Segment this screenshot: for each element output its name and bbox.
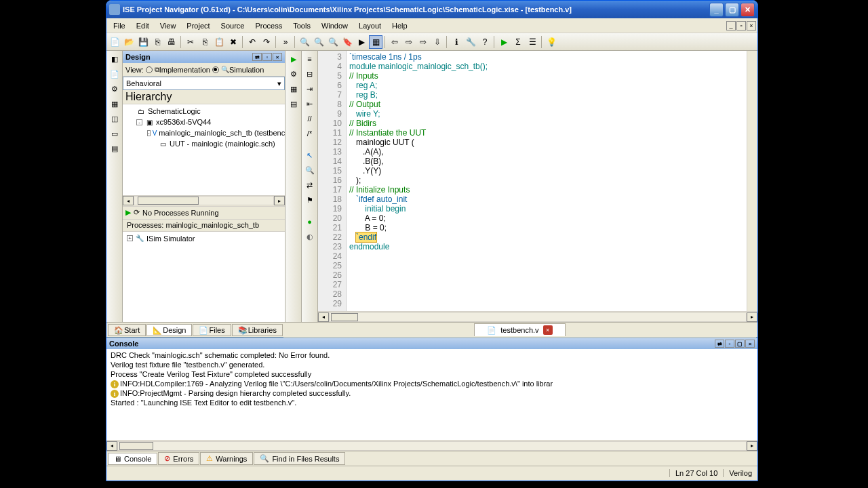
editor-vscroll[interactable] bbox=[747, 51, 757, 311]
tab-design[interactable]: 📐Design bbox=[146, 324, 192, 336]
lp-mod-icon[interactable]: ◫ bbox=[108, 112, 121, 125]
menu-file[interactable]: File bbox=[108, 20, 131, 31]
tool-a-icon[interactable]: ℹ bbox=[450, 35, 463, 49]
lp-tree-icon[interactable]: ◧ bbox=[108, 52, 121, 66]
sim-mode-select[interactable]: Behavioral bbox=[123, 77, 285, 90]
lp-opt-icon[interactable]: ▤ bbox=[108, 142, 121, 155]
ed-replace-icon[interactable]: ⇄ bbox=[303, 178, 317, 192]
comment-icon[interactable]: ▦ bbox=[369, 35, 382, 49]
scroll-left-icon[interactable]: ◂ bbox=[318, 312, 329, 322]
run-icon[interactable]: ▶ bbox=[497, 35, 511, 49]
tab-start[interactable]: 🏠Start bbox=[108, 324, 146, 336]
panel-close-icon[interactable]: × bbox=[273, 53, 282, 61]
play-icon[interactable]: ▶ bbox=[125, 208, 131, 217]
menu-window[interactable]: Window bbox=[316, 20, 353, 31]
expander-icon[interactable]: - bbox=[147, 130, 151, 136]
proc-prop-icon[interactable]: ▤ bbox=[287, 97, 300, 110]
menu-view[interactable]: View bbox=[155, 20, 182, 31]
tree-testbench[interactable]: - V mainlogic_mainlogic_sch_tb (testbenc… bbox=[124, 127, 283, 138]
hierarchy-tree[interactable]: 🗀 SchematicLogic - ▣ xc9536xl-5VQ44 - V … bbox=[123, 104, 285, 195]
isim-tree-item[interactable]: + 🔧 ISim Simulator bbox=[124, 233, 283, 244]
mdi-minimize[interactable]: _ bbox=[726, 21, 736, 30]
menu-source[interactable]: Source bbox=[216, 20, 250, 31]
close-button[interactable]: ✕ bbox=[741, 3, 755, 17]
save-all-icon[interactable]: ⎘ bbox=[151, 35, 164, 49]
tree-project[interactable]: 🗀 SchematicLogic bbox=[124, 106, 283, 117]
tool-b-icon[interactable]: 🔧 bbox=[464, 35, 477, 49]
console-close-icon[interactable]: × bbox=[745, 340, 755, 348]
ed-cursor-icon[interactable]: ↖ bbox=[303, 148, 317, 162]
refresh-icon[interactable]: ⟳ bbox=[134, 208, 140, 217]
undo-icon[interactable]: ↶ bbox=[245, 35, 259, 49]
nav-fwd-icon[interactable]: ⇨ bbox=[402, 35, 416, 49]
delete-icon[interactable]: ✖ bbox=[226, 35, 240, 49]
console-tab-errors[interactable]: ⊘Errors bbox=[158, 452, 199, 465]
paste-icon[interactable]: 📋 bbox=[212, 35, 226, 49]
proc-icon[interactable]: ☰ bbox=[526, 35, 539, 49]
bookmark-icon[interactable]: 🔖 bbox=[340, 35, 354, 49]
find3-icon[interactable]: 🔍 bbox=[326, 35, 340, 49]
nav-arrow-icon[interactable]: » bbox=[279, 35, 292, 49]
console-tab-console[interactable]: 🖥Console bbox=[108, 453, 157, 465]
expander-icon[interactable]: + bbox=[127, 235, 133, 241]
lp-view-icon[interactable]: ▭ bbox=[108, 127, 121, 140]
nav-down-icon[interactable]: ⇩ bbox=[431, 35, 444, 49]
console-tab-find[interactable]: 🔍Find in Files Results bbox=[254, 452, 345, 465]
menu-help[interactable]: Help bbox=[387, 20, 413, 31]
lp-table-icon[interactable]: ▦ bbox=[108, 97, 121, 110]
nextbookmark-icon[interactable]: ▶ bbox=[355, 35, 368, 49]
scroll-right-icon[interactable]: ▸ bbox=[747, 441, 757, 451]
ed-collapse-icon[interactable]: ⊟ bbox=[303, 67, 317, 81]
code-area[interactable]: `timescale 1ns / 1psmodule mainlogic_mai… bbox=[347, 51, 747, 311]
nav-fwd2-icon[interactable]: ⇨ bbox=[416, 35, 430, 49]
copy-icon[interactable]: ⎘ bbox=[198, 35, 212, 49]
scroll-left-icon[interactable]: ◂ bbox=[123, 196, 134, 205]
mdi-close[interactable]: × bbox=[747, 21, 756, 30]
ed-bookmark-icon[interactable]: ⚑ bbox=[303, 193, 317, 207]
console-tab-warnings[interactable]: ⚠Warnings bbox=[200, 452, 253, 465]
ed-indent-icon[interactable]: ⇥ bbox=[303, 82, 317, 96]
lp-cfg-icon[interactable]: ⚙ bbox=[108, 82, 121, 96]
menu-process[interactable]: Process bbox=[250, 20, 288, 31]
panel-float-icon[interactable]: ▫ bbox=[262, 53, 272, 61]
ed-check-ok-icon[interactable]: ● bbox=[303, 215, 317, 228]
console-max-icon[interactable]: ▢ bbox=[735, 340, 745, 348]
scroll-right-icon[interactable]: ▸ bbox=[747, 312, 757, 322]
maximize-button[interactable]: ▢ bbox=[725, 3, 739, 17]
titlebar[interactable]: ISE Project Navigator (O.61xd) - C:\User… bbox=[106, 1, 757, 18]
open-icon[interactable]: 📂 bbox=[122, 35, 136, 49]
tree-uut[interactable]: ▭ UUT - mainlogic (mainlogic.sch) bbox=[124, 138, 283, 149]
console-hscroll[interactable]: ◂ ▸ bbox=[106, 440, 757, 451]
menu-layout[interactable]: Layout bbox=[353, 20, 387, 31]
ed-uncomment-icon[interactable]: /* bbox=[303, 127, 317, 140]
save-icon[interactable]: 💾 bbox=[136, 35, 150, 49]
panel-restore-icon[interactable]: ⇄ bbox=[252, 53, 262, 61]
proc-view-icon[interactable]: ▦ bbox=[287, 82, 300, 96]
ed-find-icon[interactable]: 🔍 bbox=[303, 163, 317, 177]
scroll-left-icon[interactable]: ◂ bbox=[106, 441, 117, 451]
minimize-button[interactable]: _ bbox=[709, 3, 724, 17]
help-icon[interactable]: ? bbox=[478, 35, 492, 49]
cut-icon[interactable]: ✂ bbox=[184, 35, 197, 49]
tab-libraries[interactable]: 📚Libraries bbox=[232, 324, 283, 336]
console-float-icon[interactable]: ▫ bbox=[725, 340, 734, 348]
scroll-right-icon[interactable]: ▸ bbox=[274, 196, 285, 205]
redo-icon[interactable]: ↷ bbox=[260, 35, 273, 49]
console-output[interactable]: DRC Check "mainlogic.sch" schematic comp… bbox=[106, 349, 757, 440]
tab-files[interactable]: 📄Files bbox=[193, 324, 231, 336]
find-icon[interactable]: 🔍 bbox=[298, 35, 311, 49]
tree-device[interactable]: - ▣ xc9536xl-5VQ44 bbox=[124, 117, 283, 127]
tree-hscroll[interactable]: ◂ ▸ bbox=[123, 195, 285, 206]
find2-icon[interactable]: 🔍 bbox=[312, 35, 326, 49]
hint-icon[interactable]: 💡 bbox=[545, 35, 558, 49]
expander-icon[interactable]: - bbox=[136, 119, 142, 125]
menu-project[interactable]: Project bbox=[181, 20, 215, 31]
lp-file-icon[interactable]: 📄 bbox=[108, 67, 121, 81]
editor-hscroll[interactable]: ◂ ▸ bbox=[318, 311, 757, 322]
processes-tree[interactable]: + 🔧 ISim Simulator bbox=[123, 232, 285, 323]
menu-edit[interactable]: Edit bbox=[131, 20, 155, 31]
ed-outdent-icon[interactable]: ⇤ bbox=[303, 97, 317, 110]
ed-comment-icon[interactable]: // bbox=[303, 112, 317, 125]
new-file-icon[interactable]: 📄 bbox=[108, 35, 121, 49]
print-icon[interactable]: 🖶 bbox=[165, 35, 178, 49]
